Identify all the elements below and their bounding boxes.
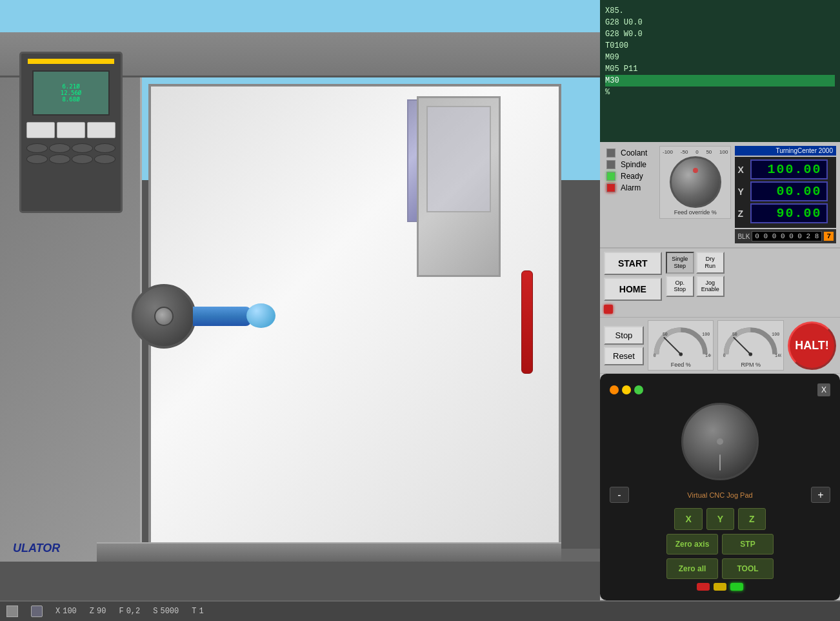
svg-text:100: 100 xyxy=(772,332,780,337)
stp-button[interactable]: STP xyxy=(722,534,774,555)
z-status-value: 90 xyxy=(97,607,106,616)
svg-point-1 xyxy=(679,352,683,356)
rpm-gauge-label: RPM % xyxy=(720,361,781,368)
code-line-4: T0100 xyxy=(605,40,835,52)
feed-override-knob-panel: -100-50050100 Feed override % xyxy=(659,146,731,219)
svg-text:100: 100 xyxy=(702,332,710,337)
x-status: X 100 xyxy=(55,607,77,616)
ready-label: Ready xyxy=(621,172,643,181)
code-line-8: % xyxy=(605,87,835,98)
mode-jog-enable[interactable]: JogEnable xyxy=(696,276,725,298)
s-status: S 5000 xyxy=(153,607,179,616)
jog-dot-green xyxy=(634,385,643,394)
jog-z-button[interactable]: Z xyxy=(738,508,766,530)
mode-op-stop[interactable]: Op.Stop xyxy=(666,276,694,298)
coolant-label: Coolant xyxy=(621,148,647,158)
jog-y-button[interactable]: Y xyxy=(706,508,734,530)
feed-override-knob[interactable] xyxy=(670,156,721,208)
spindle-led xyxy=(606,160,615,169)
code-line-7: M30 xyxy=(605,75,835,87)
jog-dot-orange xyxy=(610,385,619,394)
right-panel: X85. G28 U0.0 G28 W0.0 T0100 M09 M05 P11… xyxy=(600,0,840,600)
app-logo: ULATOR xyxy=(13,542,60,555)
work-area xyxy=(148,84,561,549)
svg-line-6 xyxy=(734,337,750,354)
f-status: F 0,2 xyxy=(119,607,140,616)
jog-knob[interactable] xyxy=(681,403,759,480)
status-bar: X 100 Z 90 F 0,2 S 5000 T 1 xyxy=(0,600,840,621)
jog-x-button[interactable]: X xyxy=(674,508,702,530)
y-coord-row: Y 00.00 xyxy=(737,181,834,201)
f-status-label: F xyxy=(119,607,123,616)
reset-button[interactable]: Reset xyxy=(604,347,644,365)
rpm-gauge: 0 50 100 140 RPM % xyxy=(717,320,784,371)
z-status: Z 90 xyxy=(90,607,106,616)
feed-gauge: 0 50 100 140 Feed % xyxy=(648,320,714,371)
zero-all-button[interactable]: Zero all xyxy=(666,558,718,579)
t-status-label: T xyxy=(192,607,196,616)
code-line-5: M09 xyxy=(605,52,835,63)
svg-text:0: 0 xyxy=(654,353,656,358)
t-status: T 1 xyxy=(192,607,203,616)
svg-text:140: 140 xyxy=(705,353,711,358)
svg-text:50: 50 xyxy=(732,332,737,337)
svg-text:0: 0 xyxy=(723,353,726,358)
jog-close-button[interactable]: X xyxy=(817,383,830,396)
feed-gauge-label: Feed % xyxy=(650,361,712,368)
coolant-led xyxy=(606,148,615,158)
x-coord-row: X 100.00 xyxy=(737,159,834,179)
machine-model-label: TurningCenter 2000 xyxy=(735,146,836,156)
zero-axis-button[interactable]: Zero axis xyxy=(666,534,718,555)
z-coord-row: Z 90.00 xyxy=(737,203,834,223)
svg-text:140: 140 xyxy=(775,353,781,358)
blk-highlight: 7 xyxy=(824,232,834,241)
z-status-label: Z xyxy=(90,607,94,616)
x-status-value: 100 xyxy=(63,607,77,616)
x-axis-label: X xyxy=(737,165,747,175)
jog-pad-title: Virtual CNC Jog Pad xyxy=(687,491,752,499)
s-status-label: S xyxy=(153,607,157,616)
alarm-led xyxy=(606,183,615,192)
jog-dot-yellow xyxy=(622,385,631,394)
stop-button[interactable]: Stop xyxy=(604,326,644,345)
z-coordinate: 90.00 xyxy=(750,203,828,223)
t-status-value: 1 xyxy=(199,607,203,616)
mode-dry-run[interactable]: DryRun xyxy=(696,252,725,274)
jog-plus-button[interactable]: + xyxy=(811,487,830,503)
code-line-1: X85. xyxy=(605,5,835,17)
status-icon-2 xyxy=(31,606,43,617)
code-line-6: M05 P11 xyxy=(605,63,835,75)
ready-led xyxy=(606,172,615,181)
svg-line-0 xyxy=(664,337,681,354)
alarm-label: Alarm xyxy=(621,183,641,192)
f-status-value: 0,2 xyxy=(126,607,141,616)
start-button[interactable]: START xyxy=(604,252,662,275)
blk-value: 0 0 0 0 0 0 2 8 xyxy=(752,231,822,241)
x-coordinate: 100.00 xyxy=(750,159,828,179)
jog-pad: X - Virtual CNC Jog Pad + X Y Z xyxy=(600,374,840,600)
jog-led-green xyxy=(730,583,743,591)
mode-single-step[interactable]: SingleStep xyxy=(666,252,694,274)
alarm-status: Alarm xyxy=(606,183,653,192)
code-editor: X85. G28 U0.0 G28 W0.0 T0100 M09 M05 P11… xyxy=(600,0,840,142)
jog-minus-button[interactable]: - xyxy=(610,487,629,503)
svg-text:50: 50 xyxy=(663,332,668,337)
z-axis-label: Z xyxy=(737,209,747,219)
knob-label: Feed override % xyxy=(663,209,728,216)
y-coordinate: 00.00 xyxy=(750,181,828,201)
home-button[interactable]: HOME xyxy=(604,278,662,301)
ready-status: Ready xyxy=(606,172,653,181)
code-line-2: G28 U0.0 xyxy=(605,17,835,28)
halt-button[interactable]: HALT! xyxy=(788,321,836,370)
viewport: 6.21Ø 12.56Ø 8.68Ø xyxy=(0,0,600,600)
blk-label: BLK xyxy=(737,233,750,240)
coolant-status: Coolant xyxy=(606,148,653,158)
file-icon xyxy=(6,606,18,617)
s-status-value: 5000 xyxy=(160,607,179,616)
status-panel: Coolant Spindle Ready Alarm xyxy=(604,146,655,195)
svg-point-7 xyxy=(749,352,753,356)
jog-led-red xyxy=(697,583,710,591)
x-status-label: X xyxy=(55,607,60,616)
tool-button[interactable]: TOOL xyxy=(722,558,774,579)
spindle-status: Spindle xyxy=(606,160,653,169)
